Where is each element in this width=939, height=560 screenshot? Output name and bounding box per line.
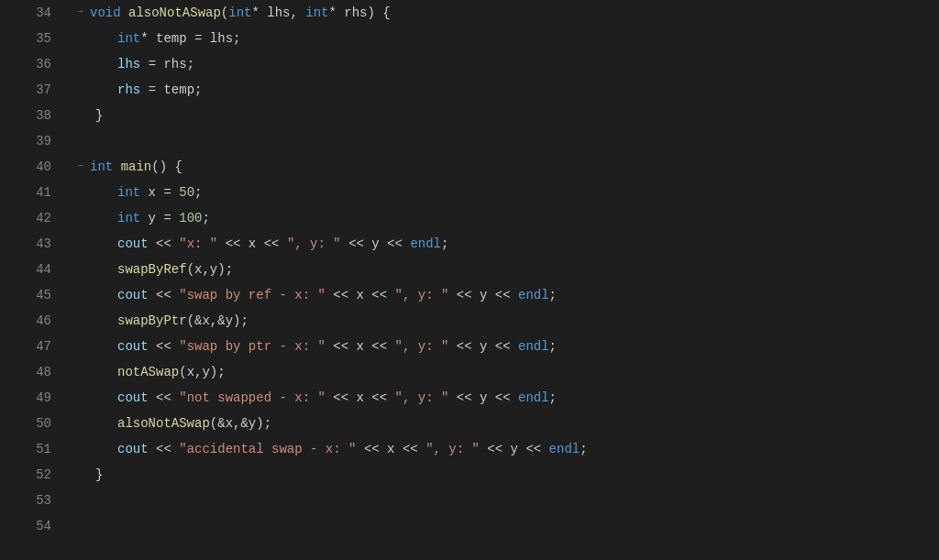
- line-numbers: 34 35 36 37 38 39 40 41 42 43 44 45 46 4…: [0, 0, 66, 560]
- code-line-35: int* temp = lhs;: [73, 26, 939, 51]
- code-line-44: swapByRef(x,y);: [73, 257, 939, 282]
- code-line-45: cout << "swap by ref - x: " << x << ", y…: [73, 282, 939, 308]
- code-content[interactable]: −void alsoNotASwap(int* lhs, int* rhs) {…: [66, 0, 939, 560]
- code-line-54: [73, 513, 939, 539]
- ln-44: 44: [0, 257, 51, 282]
- ln-50: 50: [0, 411, 51, 436]
- code-line-39: [73, 128, 939, 154]
- ln-35: 35: [0, 26, 51, 51]
- collapse-icon-40[interactable]: −: [73, 159, 88, 174]
- code-line-49: cout << "not swapped - x: " << x << ", y…: [73, 385, 939, 411]
- ln-34: 34: [0, 0, 51, 26]
- collapse-icon-34[interactable]: −: [73, 5, 88, 20]
- ln-36: 36: [0, 51, 51, 77]
- code-line-51: cout << "accidental swap - x: " << x << …: [73, 436, 939, 462]
- code-line-47: cout << "swap by ptr - x: " << x << ", y…: [73, 334, 939, 359]
- ln-48: 48: [0, 359, 51, 385]
- ln-53: 53: [0, 488, 51, 513]
- code-line-48: notASwap(x,y);: [73, 359, 939, 385]
- code-line-36: lhs = rhs;: [73, 51, 939, 77]
- code-editor: 34 35 36 37 38 39 40 41 42 43 44 45 46 4…: [0, 0, 939, 560]
- ln-40: 40: [0, 154, 51, 180]
- ln-45: 45: [0, 282, 51, 308]
- code-line-41: int x = 50;: [73, 180, 939, 205]
- ln-47: 47: [0, 334, 51, 359]
- ln-51: 51: [0, 436, 51, 462]
- ln-39: 39: [0, 128, 51, 154]
- ln-37: 37: [0, 77, 51, 103]
- ln-41: 41: [0, 180, 51, 205]
- ln-52: 52: [0, 462, 51, 488]
- code-line-43: cout << "x: " << x << ", y: " << y << en…: [73, 231, 939, 257]
- code-line-42: int y = 100;: [73, 205, 939, 231]
- code-line-52: }: [73, 462, 939, 488]
- ln-42: 42: [0, 205, 51, 231]
- code-line-34: −void alsoNotASwap(int* lhs, int* rhs) {: [73, 0, 939, 26]
- ln-38: 38: [0, 103, 51, 128]
- code-line-37: rhs = temp;: [73, 77, 939, 103]
- code-line-40: −int main() {: [73, 154, 939, 180]
- ln-54: 54: [0, 513, 51, 539]
- code-line-53: [73, 488, 939, 513]
- code-line-50: alsoNotASwap(&x,&y);: [73, 411, 939, 436]
- ln-49: 49: [0, 385, 51, 411]
- ln-46: 46: [0, 308, 51, 334]
- ln-43: 43: [0, 231, 51, 257]
- code-line-46: swapByPtr(&x,&y);: [73, 308, 939, 334]
- code-line-38: }: [73, 103, 939, 128]
